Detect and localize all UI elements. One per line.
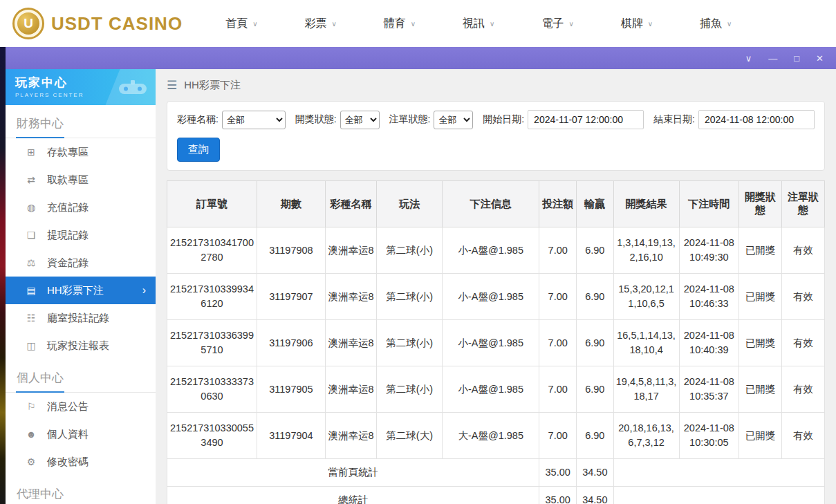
table-cell: 2024-11-08 10:30:05 — [679, 413, 739, 459]
table-cell: 小-A盤@1.985 — [443, 227, 539, 274]
collapse-button[interactable]: ∨ — [745, 54, 752, 63]
column-header: 下注時間 — [679, 181, 739, 227]
table-cell: 小-A盤@1.985 — [443, 320, 539, 366]
table-cell: 6.90 — [577, 320, 614, 366]
query-button[interactable]: 查詢 — [177, 138, 220, 162]
nav-item-label: 棋牌 — [621, 17, 643, 31]
summary-empty-cell — [613, 487, 824, 504]
sidebar-item-label: 提現記錄 — [47, 229, 89, 242]
start-date-input[interactable] — [528, 110, 644, 129]
gear-icon: ⚙ — [25, 456, 37, 467]
sidebar-item-deposit-area[interactable]: ⊞存款專區 — [6, 138, 156, 166]
table-cell: 澳洲幸运8 — [325, 227, 376, 274]
sidebar-item-room-bet-records[interactable]: ☷廳室投註記錄 — [6, 304, 156, 332]
maximize-button[interactable]: □ — [794, 54, 799, 63]
logo-emblem-icon: U — [12, 8, 44, 39]
chevron-down-icon: ∨ — [648, 20, 653, 28]
nav-item-board-games[interactable]: 棋牌∨ — [621, 17, 653, 31]
table-cell: 已開獎 — [739, 413, 782, 459]
summary-row: 總統計35.0034.50 — [167, 487, 825, 504]
table-cell: 2152173103417002780 — [167, 227, 257, 274]
sidebar-item-withdraw-area[interactable]: ⇄取款專區 — [6, 166, 156, 194]
table-cell: 31197908 — [257, 227, 325, 274]
sidebar-item-label: 存款專區 — [47, 146, 89, 159]
table-row: 215217310339934612031197907澳洲幸运8第二球(小)小-… — [167, 274, 825, 320]
table-cell: 第二球(小) — [377, 227, 443, 274]
table-cell: 已開獎 — [739, 366, 782, 413]
table-cell: 2152173103300553490 — [167, 413, 257, 459]
order-status-select[interactable]: 全部 — [434, 111, 473, 129]
table-row: 215217310341700278031197908澳洲幸运8第二球(小)小-… — [167, 227, 825, 274]
nav-item-label: 捕魚 — [700, 17, 722, 31]
sidebar-subtitle: PLAYERS CENTER — [15, 92, 156, 98]
table-head: 訂單號期數彩種名稱玩法下注信息投注額輸贏開獎結果下注時間開獎狀態注單狀態 — [167, 181, 825, 227]
table-cell: 有效 — [782, 274, 825, 320]
sidebar-item-label: 玩家投注報表 — [47, 339, 109, 353]
table-cell: 已開獎 — [739, 320, 782, 366]
site-logo[interactable]: U USDT CASINO — [12, 8, 183, 39]
draw-status-select[interactable]: 全部 — [340, 111, 380, 129]
draw-status-label: 開獎狀態: — [295, 113, 337, 126]
table-cell: 第二球(小) — [377, 320, 443, 366]
sidebar-item-hh-lottery-bets[interactable]: ▤HH彩票下注› — [6, 277, 156, 304]
nav-item-label: 彩票 — [304, 17, 326, 31]
table-cell: 2024-11-08 10:35:37 — [679, 366, 739, 413]
bets-table-card: 訂單號期數彩種名稱玩法下注信息投注額輸贏開獎結果下注時間開獎狀態注單狀態 215… — [167, 180, 825, 504]
sidebar-item-recharge-records[interactable]: ◍充值記錄 — [6, 194, 156, 221]
end-date-input[interactable] — [698, 110, 815, 129]
sidebar-title: 玩家中心 — [15, 75, 156, 91]
chevron-right-icon: › — [142, 284, 146, 297]
sidebar-section-header: 個人中心 — [6, 360, 156, 393]
column-header: 期數 — [257, 181, 325, 227]
sidebar-item-label: 個人資料 — [47, 428, 89, 441]
chevron-down-icon: ∨ — [252, 20, 257, 28]
table-row: 215217310336399571031197906澳洲幸运8第二球(小)小-… — [167, 320, 825, 366]
logo-text: USDT CASINO — [51, 13, 183, 35]
nav-item-video[interactable]: 視訊∨ — [463, 17, 494, 31]
sidebar-item-player-bet-report[interactable]: ◫玩家投注報表 — [6, 332, 156, 360]
nav-item-home[interactable]: 首頁∨ — [225, 17, 257, 31]
table-cell: 澳洲幸运8 — [325, 274, 376, 320]
app-window: ∨—□✕ 玩家中心 PLAYERS CENTER 財務中心⊞存款專區⇄取款專區◍… — [6, 47, 836, 504]
breadcrumb: ☰ HH彩票下注 — [167, 69, 825, 101]
table-cell: 2024-11-08 10:49:30 — [679, 227, 739, 274]
sidebar: 玩家中心 PLAYERS CENTER 財務中心⊞存款專區⇄取款專區◍充值記錄❏… — [6, 69, 156, 504]
nav-item-electronic[interactable]: 電子∨ — [541, 17, 573, 31]
table-row: 215217310330055349031197904澳洲幸运8第二球(大)大-… — [167, 413, 825, 459]
chevron-down-icon: ∨ — [568, 20, 573, 28]
nav-item-sports[interactable]: 體育∨ — [384, 17, 416, 31]
gamepad-icon — [117, 77, 149, 98]
start-date-label: 開始日期: — [483, 113, 524, 126]
sidebar-item-announcements[interactable]: ⚐消息公告 — [6, 393, 156, 420]
sidebar-menu: 財務中心⊞存款專區⇄取款專區◍充值記錄❏提現記錄⚖資金記錄▤HH彩票下注›☷廳室… — [6, 105, 156, 504]
sidebar-item-label: 修改密碼 — [47, 456, 89, 469]
sidebar-item-label: 取款專區 — [47, 174, 89, 187]
chevron-down-icon: ∨ — [331, 20, 336, 28]
sidebar-item-label: 廳室投註記錄 — [47, 312, 109, 325]
table-cell: 第二球(小) — [377, 274, 443, 320]
minimize-button[interactable]: — — [768, 54, 777, 63]
table-header-row: 訂單號期數彩種名稱玩法下注信息投注額輸贏開獎結果下注時間開獎狀態注單狀態 — [167, 181, 825, 227]
table-cell: 6.90 — [577, 274, 614, 320]
nav-item-lottery[interactable]: 彩票∨ — [304, 17, 336, 31]
hamburger-icon[interactable]: ☰ — [167, 78, 177, 93]
table-cell: 第二球(大) — [377, 413, 443, 459]
sidebar-item-change-password[interactable]: ⚙修改密碼 — [6, 448, 156, 476]
nav-item-label: 首頁 — [225, 17, 248, 31]
recharge-records-icon: ◍ — [25, 202, 37, 213]
table-cell: 15,3,20,12,11,10,6,5 — [613, 274, 679, 320]
sidebar-item-profile[interactable]: ☻個人資料 — [6, 420, 156, 448]
lottery-name-label: 彩種名稱: — [177, 113, 219, 126]
deposit-icon: ⊞ — [25, 147, 37, 158]
column-header: 注單狀態 — [782, 181, 825, 227]
sidebar-item-label: 資金記錄 — [47, 256, 89, 270]
sidebar-item-withdrawal-records[interactable]: ❏提現記錄 — [6, 221, 156, 249]
table-cell: 小-A盤@1.985 — [443, 366, 539, 413]
sidebar-header: 玩家中心 PLAYERS CENTER — [6, 69, 156, 105]
sidebar-item-fund-records[interactable]: ⚖資金記錄 — [6, 249, 156, 277]
lottery-name-select[interactable]: 全部 — [222, 111, 286, 129]
page-title: HH彩票下注 — [184, 79, 241, 92]
nav-item-fishing[interactable]: 捕魚∨ — [700, 17, 732, 31]
close-button[interactable]: ✕ — [816, 54, 824, 63]
bet-report-icon: ◫ — [25, 340, 37, 351]
